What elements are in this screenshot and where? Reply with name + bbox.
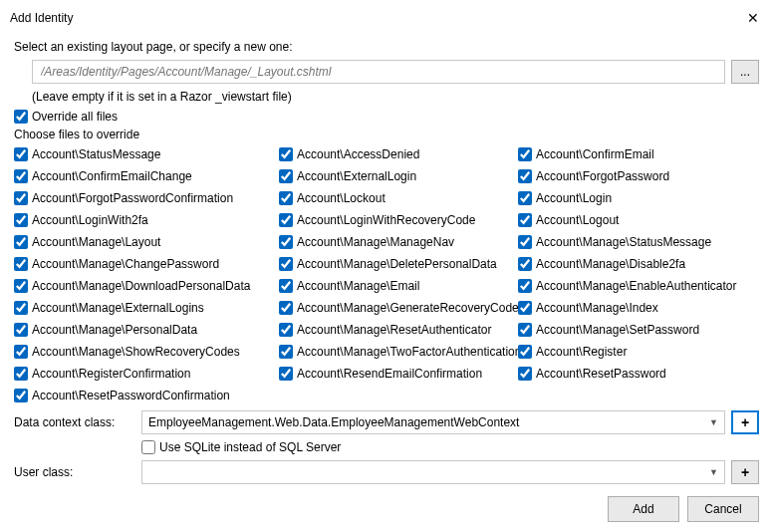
file-item: Account\Manage\Layout [14, 233, 279, 251]
file-item: Account\Manage\Index [518, 299, 757, 317]
file-checkbox[interactable] [14, 257, 28, 271]
file-item: Account\Logout [518, 211, 757, 229]
file-checkbox[interactable] [14, 169, 28, 183]
override-all-checkbox[interactable] [14, 110, 28, 124]
file-checkbox[interactable] [279, 323, 293, 337]
file-checkbox[interactable] [518, 191, 532, 205]
file-item: Account\StatusMessage [14, 145, 279, 163]
add-user-class-button[interactable]: + [731, 460, 759, 484]
file-label: Account\AccessDenied [297, 147, 419, 161]
file-item: Account\Manage\StatusMessage [518, 233, 757, 251]
file-checkbox[interactable] [279, 191, 293, 205]
add-data-context-button[interactable]: + [731, 410, 759, 434]
file-checkbox[interactable] [518, 257, 532, 271]
file-label: Account\ForgotPasswordConfirmation [32, 191, 233, 205]
file-checkbox[interactable] [14, 213, 28, 227]
data-context-dropdown[interactable]: EmployeeManagement.Web.Data.EmployeeMana… [141, 410, 725, 434]
file-checkbox[interactable] [279, 345, 293, 359]
browse-button[interactable]: ... [731, 60, 759, 84]
file-checkbox[interactable] [518, 169, 532, 183]
file-checkbox[interactable] [279, 301, 293, 315]
file-item: Account\ForgotPassword [518, 167, 757, 185]
file-item: Account\ExternalLogin [279, 167, 518, 185]
user-class-dropdown[interactable]: ▼ [141, 460, 725, 484]
file-checkbox[interactable] [518, 213, 532, 227]
layout-prompt: Select an existing layout page, or speci… [14, 40, 759, 54]
file-label: Account\ResendEmailConfirmation [297, 367, 482, 381]
file-checkbox[interactable] [14, 389, 28, 402]
file-label: Account\Manage\ManageNav [297, 235, 454, 249]
file-item: Account\LoginWith2fa [14, 211, 279, 229]
file-label: Account\Manage\TwoFactorAuthentication [297, 345, 518, 359]
sqlite-checkbox[interactable] [141, 440, 155, 454]
file-checkbox[interactable] [14, 301, 28, 315]
close-icon[interactable]: ✕ [733, 6, 773, 30]
file-checkbox[interactable] [14, 323, 28, 337]
file-checkbox[interactable] [14, 367, 28, 381]
file-label: Account\ConfirmEmailChange [32, 169, 192, 183]
dialog-title: Add Identity [10, 11, 73, 25]
file-checkbox[interactable] [518, 367, 532, 381]
chevron-down-icon: ▼ [709, 417, 718, 427]
add-button[interactable]: Add [608, 496, 679, 522]
file-label: Account\Manage\Index [536, 301, 658, 315]
file-item: Account\Register [518, 343, 757, 361]
file-checkbox[interactable] [279, 147, 293, 161]
file-checkbox[interactable] [518, 323, 532, 337]
file-checkbox[interactable] [279, 235, 293, 249]
file-item [518, 387, 757, 404]
user-class-label: User class: [14, 465, 133, 479]
file-item: Account\ResendEmailConfirmation [279, 365, 518, 383]
file-item: Account\ConfirmEmailChange [14, 167, 279, 185]
file-label: Account\ConfirmEmail [536, 147, 654, 161]
cancel-button[interactable]: Cancel [687, 496, 759, 522]
file-label: Account\Manage\ResetAuthenticator [297, 323, 491, 337]
file-checkbox[interactable] [14, 191, 28, 205]
file-checkbox[interactable] [279, 169, 293, 183]
choose-files-label: Choose files to override [14, 128, 759, 141]
file-checkbox[interactable] [14, 235, 28, 249]
file-item: Account\Manage\PersonalData [14, 321, 279, 339]
file-label: Account\Manage\StatusMessage [536, 235, 711, 249]
file-label: Account\ResetPassword [536, 367, 666, 381]
sqlite-label: Use SQLite instead of SQL Server [159, 440, 341, 454]
file-item: Account\ResetPasswordConfirmation [14, 387, 279, 404]
override-all-label: Override all files [32, 110, 118, 124]
file-checkbox[interactable] [279, 257, 293, 271]
file-label: Account\LoginWithRecoveryCode [297, 213, 475, 227]
file-checkbox[interactable] [518, 279, 532, 293]
file-item: Account\Manage\Email [279, 277, 518, 295]
file-checkbox[interactable] [14, 147, 28, 161]
file-checkbox[interactable] [518, 301, 532, 315]
file-checkbox[interactable] [518, 235, 532, 249]
file-checkbox[interactable] [279, 213, 293, 227]
file-checkbox[interactable] [14, 279, 28, 293]
file-label: Account\ForgotPassword [536, 169, 669, 183]
file-item: Account\ConfirmEmail [518, 145, 757, 163]
file-label: Account\RegisterConfirmation [32, 367, 190, 381]
file-label: Account\Manage\EnableAuthenticator [536, 279, 736, 293]
file-item: Account\RegisterConfirmation [14, 365, 279, 383]
file-label: Account\Logout [536, 213, 619, 227]
layout-hint: (Leave empty if it is set in a Razor _vi… [32, 90, 759, 104]
file-label: Account\ResetPasswordConfirmation [32, 389, 230, 402]
layout-path-input[interactable] [32, 60, 725, 84]
file-checkbox[interactable] [279, 279, 293, 293]
data-context-value: EmployeeManagement.Web.Data.EmployeeMana… [148, 415, 519, 429]
file-item: Account\LoginWithRecoveryCode [279, 211, 518, 229]
file-label: Account\Manage\ShowRecoveryCodes [32, 345, 240, 359]
file-label: Account\Manage\ExternalLogins [32, 301, 204, 315]
file-item: Account\Manage\EnableAuthenticator [518, 277, 757, 295]
file-checkbox[interactable] [279, 367, 293, 381]
file-checkbox[interactable] [14, 345, 28, 359]
file-label: Account\ExternalLogin [297, 169, 416, 183]
files-grid: Account\StatusMessageAccount\AccessDenie… [14, 145, 759, 404]
file-label: Account\LoginWith2fa [32, 213, 148, 227]
file-checkbox[interactable] [518, 147, 532, 161]
file-item: Account\Lockout [279, 189, 518, 207]
file-item: Account\Manage\DeletePersonalData [279, 255, 518, 273]
file-label: Account\Manage\GenerateRecoveryCodes [297, 301, 518, 315]
file-item: Account\AccessDenied [279, 145, 518, 163]
file-item: Account\Manage\DownloadPersonalData [14, 277, 279, 295]
file-checkbox[interactable] [518, 345, 532, 359]
